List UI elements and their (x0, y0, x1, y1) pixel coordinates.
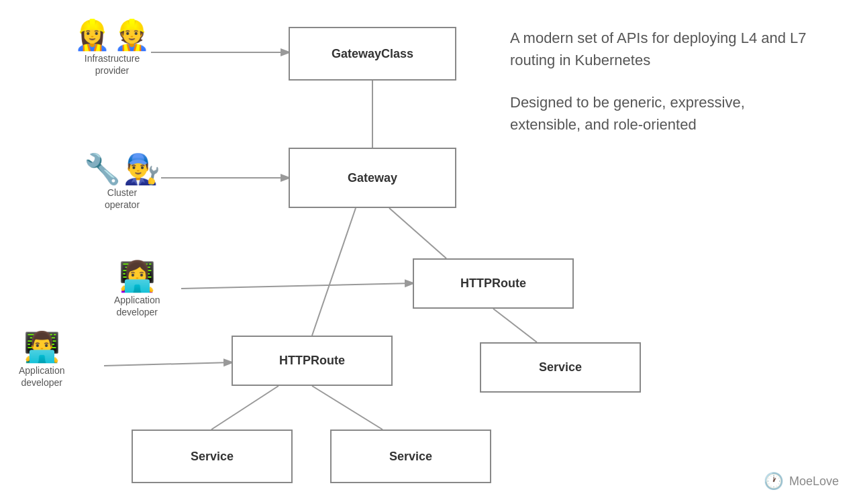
infrastructure-provider-label: Infrastructureprovider (85, 52, 140, 77)
infrastructure-provider-emoji: 👷‍♀️👷 (74, 20, 150, 50)
svg-line-8 (211, 386, 279, 430)
app-developer-2-label: Applicationdeveloper (19, 364, 65, 389)
service-bottomleft-label: Service (191, 450, 234, 464)
svg-line-9 (312, 386, 383, 430)
gatewayclass-box: GatewayClass (289, 27, 456, 81)
httproute-top-label: HTTPRoute (460, 276, 526, 291)
watermark-text: MoeLove (789, 474, 839, 489)
app-developer-1-emoji: 👩‍💻 (119, 262, 156, 291)
gateway-box: Gateway (289, 148, 456, 208)
role-infrastructure-provider: 👷‍♀️👷 Infrastructureprovider (74, 20, 150, 77)
gateway-label: Gateway (348, 171, 397, 185)
diagram-container: GatewayClass Gateway HTTPRoute HTTPRoute… (0, 0, 859, 504)
role-cluster-operator: 🔧👨‍🔧 Clusteroperator (84, 154, 160, 211)
cluster-operator-label: Clusteroperator (105, 187, 140, 211)
svg-line-7 (493, 309, 537, 342)
svg-line-5 (312, 208, 356, 336)
service-bottomleft-box: Service (132, 430, 293, 483)
description-line2: Designed to be generic, expressive, exte… (510, 91, 819, 136)
httproute-bottom-label: HTTPRoute (279, 354, 345, 368)
svg-line-6 (389, 208, 446, 258)
role-app-developer-1: 👩‍💻 Applicationdeveloper (114, 262, 160, 318)
watermark-icon: 🕐 (764, 472, 784, 491)
app-developer-1-label: Applicationdeveloper (114, 294, 160, 318)
cluster-operator-emoji: 🔧👨‍🔧 (84, 154, 160, 184)
gatewayclass-label: GatewayClass (332, 47, 413, 61)
service-topright-box: Service (480, 342, 641, 393)
httproute-top-box: HTTPRoute (413, 258, 574, 309)
service-bottomright-label: Service (389, 450, 432, 464)
service-bottomright-box: Service (330, 430, 491, 483)
httproute-bottom-box: HTTPRoute (232, 336, 393, 386)
app-developer-2-emoji: 👨‍💻 (23, 332, 60, 362)
role-app-developer-2: 👨‍💻 Applicationdeveloper (19, 332, 65, 389)
watermark: 🕐 MoeLove (764, 472, 839, 491)
svg-line-2 (181, 283, 413, 289)
description-line1: A modern set of APIs for deploying L4 an… (510, 27, 819, 71)
svg-line-3 (104, 362, 232, 366)
description-panel: A modern set of APIs for deploying L4 an… (510, 27, 819, 156)
service-topright-label: Service (539, 360, 582, 374)
